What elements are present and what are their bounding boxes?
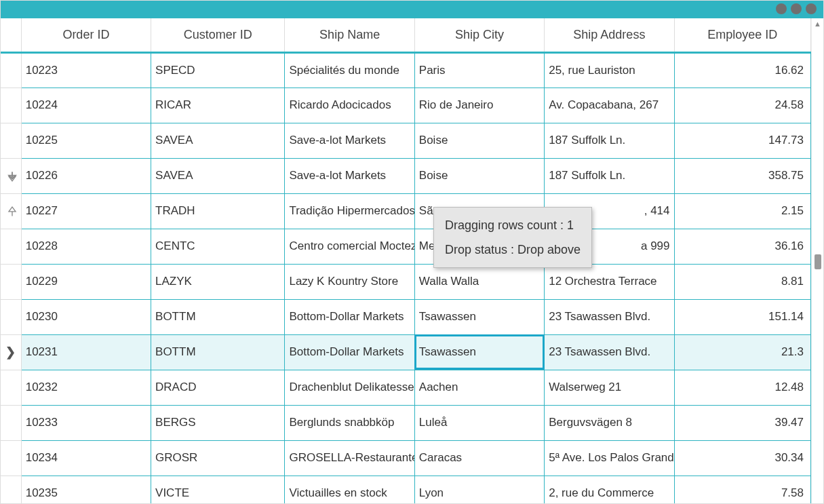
cell-customer-id[interactable]: VICTE <box>151 476 285 503</box>
cell-ship-address[interactable]: Berguvsvägen 8 <box>545 405 674 440</box>
table-row[interactable]: ❯10231BOTTMBottom-Dollar MarketsTsawasse… <box>1 334 811 370</box>
cell-ship-address[interactable]: 25, rue Lauriston <box>545 52 674 88</box>
cell-employee-id[interactable]: 147.73 <box>674 123 810 158</box>
scroll-up-icon[interactable]: ▲ <box>812 20 823 28</box>
cell-employee-id[interactable]: 151.14 <box>674 299 810 334</box>
cell-ship-name[interactable]: Lazy K Kountry Store <box>285 264 414 299</box>
window-control-dot[interactable] <box>791 3 802 14</box>
cell-employee-id[interactable]: 8.81 <box>674 264 810 299</box>
cell-customer-id[interactable]: SPECD <box>151 52 285 88</box>
cell-customer-id[interactable]: BOTTM <box>151 334 285 370</box>
table-row[interactable]: 10232DRACDDrachenblut DelikatessenAachen… <box>1 370 811 405</box>
cell-order-id[interactable]: 10233 <box>21 405 151 440</box>
cell-customer-id[interactable]: RICAR <box>151 88 285 123</box>
table-row[interactable]: 10225SAVEASave-a-lot MarketsBoise187 Suf… <box>1 123 811 158</box>
cell-ship-city[interactable]: Paris <box>414 52 544 88</box>
cell-customer-id[interactable]: DRACD <box>151 370 285 405</box>
window-control-dot[interactable] <box>806 3 817 14</box>
cell-employee-id[interactable]: 24.58 <box>674 88 810 123</box>
cell-ship-city[interactable]: Rio de Janeiro <box>414 88 544 123</box>
cell-ship-address[interactable]: 23 Tsawassen Blvd. <box>545 334 674 370</box>
cell-ship-address[interactable]: 12 Orchestra Terrace <box>545 264 674 299</box>
cell-ship-city[interactable]: Aachen <box>414 370 544 405</box>
cell-employee-id[interactable]: 12.48 <box>674 370 810 405</box>
cell-employee-id[interactable]: 16.62 <box>674 52 810 88</box>
cell-ship-name[interactable]: Spécialités du monde <box>285 52 414 88</box>
cell-ship-name[interactable]: Berglunds snabbköp <box>285 405 414 440</box>
cell-order-id[interactable]: 10234 <box>21 440 151 476</box>
table-row[interactable]: 10234GROSRGROSELLA-RestauranteCaracas5ª … <box>1 440 811 476</box>
cell-customer-id[interactable]: SAVEA <box>151 123 285 158</box>
cell-order-id[interactable]: 10232 <box>21 370 151 405</box>
cell-customer-id[interactable]: BERGS <box>151 405 285 440</box>
titlebar[interactable] <box>1 1 823 18</box>
cell-order-id[interactable]: 10225 <box>21 123 151 158</box>
cell-order-id[interactable]: 10231 <box>21 334 151 370</box>
cell-ship-address[interactable]: 187 Suffolk Ln. <box>545 123 674 158</box>
cell-ship-city[interactable]: Boise <box>414 123 544 158</box>
cell-ship-city[interactable]: Luleå <box>414 405 544 440</box>
cell-employee-id[interactable]: 21.3 <box>674 334 810 370</box>
col-header-ship-name[interactable]: Ship Name <box>285 18 414 52</box>
cell-ship-name[interactable]: Save-a-lot Markets <box>285 123 414 158</box>
table-row[interactable]: 10223SPECDSpécialités du mondeParis25, r… <box>1 52 811 88</box>
cell-customer-id[interactable]: GROSR <box>151 440 285 476</box>
data-grid-viewport[interactable]: Order ID Customer ID Ship Name Ship City… <box>1 18 811 503</box>
cell-ship-name[interactable]: Centro comercial Moctezuma <box>285 229 414 264</box>
cell-ship-address[interactable]: 5ª Ave. Los Palos Grandes <box>545 440 674 476</box>
cell-ship-city[interactable]: Caracas <box>414 440 544 476</box>
cell-customer-id[interactable]: CENTC <box>151 229 285 264</box>
cell-ship-city[interactable]: Boise <box>414 158 544 193</box>
cell-ship-name[interactable]: Bottom-Dollar Markets <box>285 299 414 334</box>
cell-ship-address[interactable]: 2, rue du Commerce <box>545 476 674 503</box>
cell-employee-id[interactable]: 2.15 <box>674 193 810 229</box>
cell-order-id[interactable]: 10235 <box>21 476 151 503</box>
cell-employee-id[interactable]: 358.75 <box>674 158 810 193</box>
cell-ship-name[interactable]: Bottom-Dollar Markets <box>285 334 414 370</box>
cell-ship-name[interactable]: Victuailles en stock <box>285 476 414 503</box>
cell-order-id[interactable]: 10224 <box>21 88 151 123</box>
vertical-scrollbar[interactable]: ▲ <box>811 18 823 503</box>
cell-ship-address[interactable]: 23 Tsawassen Blvd. <box>545 299 674 334</box>
cell-employee-id[interactable]: 30.34 <box>674 440 810 476</box>
cell-order-id[interactable]: 10229 <box>21 264 151 299</box>
cell-customer-id[interactable]: BOTTM <box>151 299 285 334</box>
col-header-ship-city[interactable]: Ship City <box>414 18 544 52</box>
cell-order-id[interactable]: 10226 <box>21 158 151 193</box>
cell-ship-city[interactable]: Walla Walla <box>414 264 544 299</box>
table-row[interactable]: 10227TRADHTradição HipermercadosSão, 414… <box>1 193 811 229</box>
cell-ship-city[interactable]: Tsawassen <box>414 299 544 334</box>
cell-order-id[interactable]: 10230 <box>21 299 151 334</box>
table-row[interactable]: 10229LAZYKLazy K Kountry StoreWalla Wall… <box>1 264 811 299</box>
col-header-employee-id[interactable]: Employee ID <box>674 18 810 52</box>
cell-order-id[interactable]: 10228 <box>21 229 151 264</box>
cell-ship-city[interactable]: Lyon <box>414 476 544 503</box>
col-header-customer-id[interactable]: Customer ID <box>151 18 285 52</box>
cell-order-id[interactable]: 10227 <box>21 193 151 229</box>
cell-order-id[interactable]: 10223 <box>21 52 151 88</box>
cell-ship-address[interactable]: Av. Copacabana, 267 <box>545 88 674 123</box>
cell-ship-address[interactable]: 187 Suffolk Ln. <box>545 158 674 193</box>
cell-customer-id[interactable]: TRADH <box>151 193 285 229</box>
col-header-order-id[interactable]: Order ID <box>21 18 151 52</box>
window-control-dot[interactable] <box>776 3 787 14</box>
cell-ship-name[interactable]: Save-a-lot Markets <box>285 158 414 193</box>
col-header-ship-address[interactable]: Ship Address <box>545 18 674 52</box>
cell-customer-id[interactable]: LAZYK <box>151 264 285 299</box>
table-row[interactable]: 10233BERGSBerglunds snabbköpLuleåBerguvs… <box>1 405 811 440</box>
cell-ship-address[interactable]: Walserweg 21 <box>545 370 674 405</box>
cell-employee-id[interactable]: 7.58 <box>674 476 810 503</box>
cell-ship-name[interactable]: GROSELLA-Restaurante <box>285 440 414 476</box>
cell-ship-name[interactable]: Drachenblut Delikatessen <box>285 370 414 405</box>
cell-employee-id[interactable]: 39.47 <box>674 405 810 440</box>
table-row[interactable]: 10224RICARRicardo AdocicadosRio de Janei… <box>1 88 811 123</box>
cell-employee-id[interactable]: 36.16 <box>674 229 810 264</box>
cell-customer-id[interactable]: SAVEA <box>151 158 285 193</box>
table-row[interactable]: 10230BOTTMBottom-Dollar MarketsTsawassen… <box>1 299 811 334</box>
scroll-thumb[interactable] <box>815 254 821 269</box>
cell-ship-name[interactable]: Tradição Hipermercados <box>285 193 414 229</box>
table-row[interactable]: 10226SAVEASave-a-lot MarketsBoise187 Suf… <box>1 158 811 193</box>
table-row[interactable]: 10228CENTCCentro comercial MoctezumaMea … <box>1 229 811 264</box>
table-row[interactable]: 10235VICTEVictuailles en stockLyon2, rue… <box>1 476 811 503</box>
cell-ship-city[interactable]: Tsawassen <box>414 334 544 370</box>
